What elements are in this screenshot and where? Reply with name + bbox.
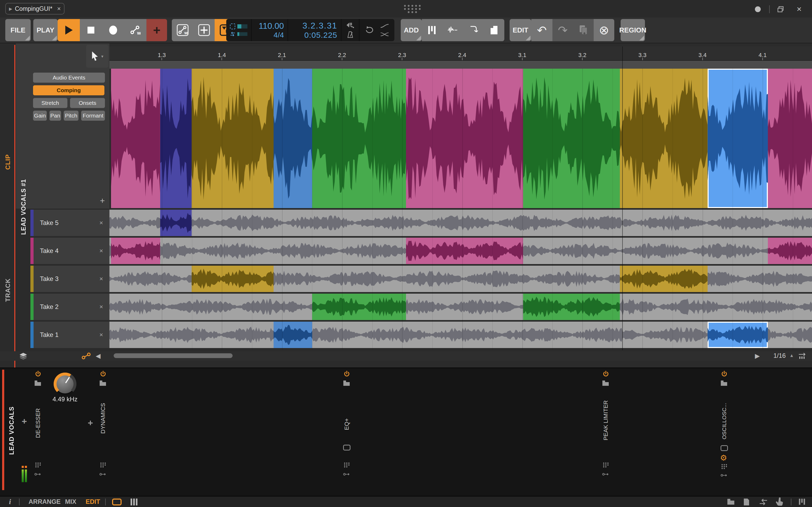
song-time[interactable]: 0:05.225 (304, 31, 337, 40)
arranger-automation-write-button[interactable]: w (172, 19, 194, 41)
io-arrows-icon[interactable] (230, 32, 235, 37)
take-delete-icon[interactable]: × (99, 219, 103, 227)
take-lane-4[interactable] (109, 238, 812, 264)
limiter-routing-icon[interactable] (602, 472, 610, 476)
deesser-routing-icon[interactable] (34, 472, 42, 476)
eq-display-toggle-icon[interactable] (343, 445, 351, 450)
comp-section-take-4[interactable] (406, 238, 523, 264)
stop-button[interactable] (80, 19, 102, 41)
single-panel-layout-icon[interactable] (112, 499, 121, 505)
comp-section-take-4[interactable] (406, 69, 523, 208)
limiter-power-icon[interactable] (602, 370, 610, 378)
song-position[interactable]: 3.2.3.31 (302, 21, 337, 31)
play-button[interactable] (58, 19, 80, 41)
window-restore-button[interactable] (777, 6, 784, 13)
gain-button[interactable]: Gain (33, 111, 47, 121)
play-menu-button[interactable]: PLAY (33, 19, 58, 41)
io-panel-icon[interactable] (759, 499, 768, 505)
take-header-take-5[interactable]: Take 5× (31, 210, 109, 236)
comp-section-take-4[interactable] (111, 69, 160, 208)
eq-remote-dots-icon[interactable] (344, 462, 350, 468)
punch-marker-icon[interactable] (346, 22, 354, 29)
grid-setting[interactable]: 1/16 (773, 352, 786, 359)
grid-mode-icon[interactable] (798, 352, 807, 359)
osc-power-icon[interactable] (720, 370, 728, 378)
undo-button[interactable]: ↶ (531, 19, 552, 41)
stretch-button[interactable]: Stretch (33, 98, 67, 108)
comp-section-take-1[interactable] (273, 322, 312, 348)
audio-engine-icon[interactable] (230, 23, 235, 29)
browser-panel-icon[interactable] (727, 499, 735, 505)
add-device-1[interactable]: + (88, 418, 93, 428)
scroll-left-icon[interactable]: ◀ (96, 352, 100, 360)
timeline-ruler[interactable]: 1.31.42.12.22.32.43.13.23.33.44.1 (109, 47, 812, 61)
pan-button[interactable]: Pan (49, 111, 61, 121)
tempo-cell[interactable]: 110.00 4/4 (252, 19, 288, 41)
deesser-frequency-value[interactable]: 4.49 kHz (45, 396, 85, 403)
view-arrange[interactable]: ARRANGE (29, 496, 60, 507)
comp-section-take-2[interactable] (523, 69, 620, 208)
comp-section-take-5[interactable] (160, 210, 192, 236)
take-lane-3[interactable] (109, 266, 812, 292)
pitch-button[interactable]: Pitch (64, 111, 79, 121)
add-menu-button[interactable]: ADD (401, 19, 422, 41)
formant-button[interactable]: Formant (81, 111, 105, 121)
take-lane-1[interactable] (109, 322, 812, 348)
deesser-name[interactable]: DE-ESSER (35, 408, 42, 438)
overdub-button[interactable]: + (146, 19, 167, 41)
record-button[interactable] (102, 19, 124, 41)
comp-section-take-1[interactable] (273, 69, 312, 208)
dynamics-remote-dots-icon[interactable] (100, 462, 106, 468)
info-icon[interactable]: i (9, 496, 11, 507)
layers-icon[interactable] (19, 352, 28, 360)
inspector-panel-icon[interactable] (743, 498, 750, 506)
add-instrument-track-button[interactable] (422, 19, 442, 41)
onsets-button[interactable]: Onsets (70, 98, 105, 108)
limiter-remote-dots-icon[interactable] (603, 462, 609, 468)
multi-panel-layout-icon[interactable] (130, 499, 138, 505)
add-take-button[interactable]: + (100, 196, 105, 206)
position-cell[interactable]: 3.2.3.31 0:05.225 (288, 19, 342, 41)
add-clip-button[interactable] (484, 19, 504, 41)
comp-section-take-1[interactable] (708, 322, 768, 348)
comp-section-take-4[interactable] (768, 238, 812, 264)
comp-section-take-4[interactable] (111, 238, 160, 264)
project-tab-close-icon[interactable]: × (57, 5, 61, 12)
osc-remote-dots-icon[interactable] (721, 464, 727, 469)
loop-icon[interactable] (364, 26, 375, 34)
comp-section-take-3[interactable] (192, 266, 273, 292)
take-delete-icon[interactable]: × (99, 247, 103, 255)
take-header-take-2[interactable]: Take 2× (31, 294, 109, 320)
automation-write-button[interactable]: w (124, 19, 146, 41)
fade-in-icon[interactable] (380, 23, 389, 28)
dynamics-name[interactable]: DYNAMICS (100, 403, 106, 434)
comp-section-take-3[interactable] (620, 69, 708, 208)
add-effect-track-button[interactable] (463, 19, 484, 41)
audio-events-button[interactable]: Audio Events (33, 73, 105, 82)
window-minimize-button[interactable] (755, 6, 761, 12)
region-menu-button[interactable]: REGION (621, 19, 645, 41)
grid-caret-icon[interactable]: ▴ (790, 352, 793, 358)
redo-button[interactable]: ↷ (552, 19, 573, 41)
take-header-take-4[interactable]: Take 4× (31, 238, 109, 264)
take-delete-icon[interactable]: × (99, 303, 103, 311)
edit-menu-button[interactable]: EDIT (510, 19, 531, 41)
comp-section-take-4[interactable] (768, 69, 812, 208)
osc-settings-gear-icon[interactable]: ⚙ (720, 453, 727, 462)
limiter-preset-folder-icon[interactable] (602, 380, 609, 386)
comp-section-take-2[interactable] (312, 69, 406, 208)
deesser-frequency-knob[interactable] (55, 375, 74, 393)
take-header-take-3[interactable]: Take 3× (31, 266, 109, 292)
comp-section-take-3[interactable] (192, 69, 273, 208)
comp-section-take-5[interactable] (160, 69, 192, 208)
keyboard-panel-icon[interactable] (798, 498, 806, 505)
loop-band[interactable] (109, 61, 812, 69)
osc-preset-folder-icon[interactable] (720, 380, 727, 386)
chain-add-device-button[interactable]: + (22, 416, 27, 427)
project-play-icon[interactable]: ▶ (9, 6, 12, 11)
comp-section-take-2[interactable] (312, 294, 406, 320)
h-scrollbar[interactable] (114, 353, 233, 358)
delete-button[interactable]: ⊗ (594, 19, 614, 41)
limiter-name[interactable]: PEAK LIMITER (602, 400, 609, 441)
osc-name[interactable]: OSCILLOSC... (721, 403, 727, 439)
